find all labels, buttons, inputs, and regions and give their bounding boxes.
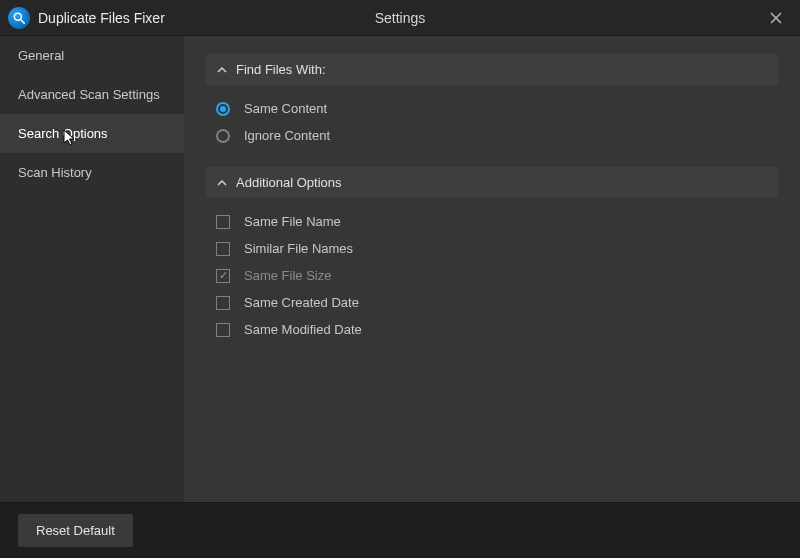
- checkbox-icon: [216, 242, 230, 256]
- radio-icon: [216, 129, 230, 143]
- app-title: Duplicate Files Fixer: [38, 10, 165, 26]
- app-logo-icon: [8, 7, 30, 29]
- window-title: Settings: [375, 10, 426, 26]
- section-header-find-files[interactable]: Find Files With:: [206, 54, 778, 85]
- section-title: Find Files With:: [236, 62, 326, 77]
- footer: Reset Default: [0, 502, 800, 558]
- checkbox-icon: [216, 215, 230, 229]
- checkbox-label: Same File Name: [244, 214, 341, 229]
- checkbox-label: Similar File Names: [244, 241, 353, 256]
- sidebar: General Advanced Scan Settings Search Op…: [0, 36, 184, 502]
- sidebar-item-advanced-scan-settings[interactable]: Advanced Scan Settings: [0, 75, 184, 114]
- reset-default-button[interactable]: Reset Default: [18, 514, 133, 547]
- content-panel: Find Files With: Same Content Ignore Con…: [184, 36, 800, 502]
- sidebar-item-label: Advanced Scan Settings: [18, 87, 160, 102]
- section-title: Additional Options: [236, 175, 342, 190]
- checkbox-same-created-date[interactable]: Same Created Date: [206, 289, 778, 316]
- radio-ignore-content[interactable]: Ignore Content: [206, 122, 778, 149]
- checkbox-label: Same Modified Date: [244, 322, 362, 337]
- sidebar-item-scan-history[interactable]: Scan History: [0, 153, 184, 192]
- close-icon: [769, 11, 783, 25]
- sidebar-item-label: Scan History: [18, 165, 92, 180]
- checkbox-icon: [216, 323, 230, 337]
- sidebar-item-label: General: [18, 48, 64, 63]
- checkbox-icon: [216, 296, 230, 310]
- checkbox-label: Same Created Date: [244, 295, 359, 310]
- radio-label: Ignore Content: [244, 128, 330, 143]
- chevron-up-icon: [216, 177, 228, 189]
- checkbox-same-file-size[interactable]: Same File Size: [206, 262, 778, 289]
- sidebar-item-label: Search Options: [18, 126, 108, 141]
- chevron-up-icon: [216, 64, 228, 76]
- checkbox-same-modified-date[interactable]: Same Modified Date: [206, 316, 778, 343]
- titlebar: Duplicate Files Fixer Settings: [0, 0, 800, 36]
- checkbox-icon: [216, 269, 230, 283]
- checkbox-label: Same File Size: [244, 268, 331, 283]
- svg-line-1: [21, 19, 25, 23]
- radio-same-content[interactable]: Same Content: [206, 95, 778, 122]
- radio-icon: [216, 102, 230, 116]
- sidebar-item-search-options[interactable]: Search Options: [0, 114, 184, 153]
- section-header-additional-options[interactable]: Additional Options: [206, 167, 778, 198]
- sidebar-item-general[interactable]: General: [0, 36, 184, 75]
- checkbox-same-file-name[interactable]: Same File Name: [206, 208, 778, 235]
- checkbox-similar-file-names[interactable]: Similar File Names: [206, 235, 778, 262]
- close-button[interactable]: [760, 2, 792, 34]
- radio-label: Same Content: [244, 101, 327, 116]
